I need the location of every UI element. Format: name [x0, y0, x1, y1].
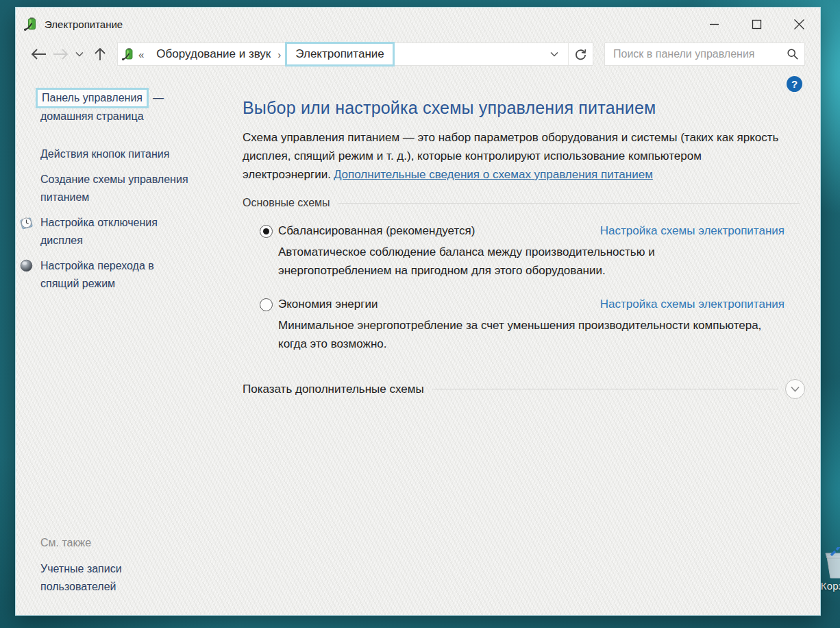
plan-settings-link-balanced[interactable]: Настройка схемы электропитания — [600, 224, 785, 238]
plan-description-power-saver: Минимальное энергопотребление за счет ум… — [278, 316, 800, 353]
radio-balanced[interactable] — [260, 225, 273, 238]
plan-row: Экономия энергии Настройка схемы электро… — [260, 298, 785, 311]
plan-description-balanced: Автоматическое соблюдение баланса между … — [278, 243, 800, 280]
plan-name-power-saver[interactable]: Экономия энергии — [278, 298, 378, 311]
chevron-down-icon — [791, 386, 800, 392]
plan-settings-link-power-saver[interactable]: Настройка схемы электропитания — [600, 298, 785, 311]
sidebar-item-power-button-actions[interactable]: Действия кнопок питания — [40, 145, 197, 163]
plan-name-balanced[interactable]: Сбалансированная (рекомендуется) — [278, 224, 475, 238]
close-icon — [793, 19, 805, 30]
up-button[interactable] — [88, 47, 112, 62]
forward-arrow-icon — [52, 47, 69, 61]
expand-plans-button[interactable] — [785, 379, 805, 399]
section-divider — [338, 203, 800, 204]
sidebar-item-sleep-settings[interactable]: Настройка перехода в спящий режим — [40, 257, 167, 293]
back-button[interactable] — [27, 47, 50, 61]
preferred-plans-section-header: Основные схемы — [243, 197, 800, 209]
desktop-background: Корзина Электропитание — [0, 0, 840, 628]
main-pane: Выбор или настройка схемы управления пит… — [230, 72, 820, 616]
maximize-icon — [752, 19, 762, 29]
refresh-button[interactable] — [568, 43, 593, 65]
home-dash: — — [153, 92, 164, 104]
show-additional-plans-label: Показать дополнительные схемы — [243, 383, 424, 396]
intro-line3: электроэнергии.Дополнительные сведения о… — [243, 165, 800, 184]
recent-pages-dropdown[interactable] — [71, 51, 88, 57]
clock-icon — [19, 215, 34, 235]
control-panel-home-highlighted[interactable]: Панель управления — [36, 88, 149, 108]
learn-more-link[interactable]: Дополнительные сведения о схемах управле… — [334, 168, 653, 181]
sidebar-item-user-accounts[interactable]: Учетные записи пользователей — [40, 560, 143, 596]
intro-line2: дисплея, спящий режим и т. д.), которые … — [243, 147, 800, 165]
show-more-divider — [432, 389, 778, 389]
section-label: Основные схемы — [243, 197, 330, 209]
sidebar-item-label: Создание схемы управления питанием — [40, 173, 188, 203]
show-additional-plans-row: Показать дополнительные схемы — [243, 379, 800, 399]
search-icon[interactable] — [787, 48, 799, 60]
refresh-icon — [574, 48, 587, 61]
see-also-header: См. также — [40, 534, 143, 552]
minimize-icon — [709, 19, 719, 29]
window-title: Электропитание — [45, 19, 123, 30]
search-input[interactable] — [613, 48, 787, 60]
radio-power-saver[interactable] — [260, 298, 273, 311]
see-also-section: См. также Учетные записи пользователей — [40, 534, 143, 596]
sidebar-item-label: Настройка отключения дисплея — [40, 217, 158, 246]
address-bar[interactable]: « Оборудование и звук › Электропитание — [118, 43, 568, 65]
chevron-down-icon — [550, 51, 558, 57]
home-link-line2[interactable]: домашняя страница — [40, 107, 217, 125]
power-plan-power-saver: Экономия энергии Настройка схемы электро… — [260, 298, 800, 353]
power-options-battery-icon — [24, 16, 39, 32]
sidebar-item-label: Действия кнопок питания — [40, 148, 169, 160]
intro-line3-prefix: электроэнергии. — [243, 168, 331, 181]
minimize-button[interactable] — [693, 8, 735, 40]
recycle-bin-icon — [823, 547, 840, 579]
sidebar-item-display-off-settings[interactable]: Настройка отключения дисплея — [40, 214, 167, 250]
breadcrumb-hardware-and-sound[interactable]: Оборудование и звук — [149, 47, 277, 61]
sidebar-item-create-power-plan[interactable]: Создание схемы управления питанием — [40, 171, 195, 206]
back-arrow-icon — [30, 47, 47, 61]
window-controls — [693, 8, 820, 40]
breadcrumb-separator-icon[interactable]: › — [277, 49, 281, 60]
address-dropdown-button[interactable] — [545, 51, 564, 57]
address-battery-icon — [122, 47, 136, 61]
sleep-sphere-icon — [19, 258, 34, 278]
address-bar-group: « Оборудование и звук › Электропитание — [117, 43, 593, 66]
power-plan-balanced: Сбалансированная (рекомендуется) Настрой… — [260, 224, 800, 280]
chevron-down-icon — [75, 51, 84, 57]
intro-paragraph: Схема управления питанием — это набор па… — [243, 128, 800, 184]
sidebar-item-label: Настройка перехода в спящий режим — [40, 260, 154, 289]
power-options-window: Электропитание — [15, 7, 821, 616]
page-title: Выбор или настройка схемы управления пит… — [243, 98, 800, 118]
search-box[interactable] — [604, 43, 805, 66]
maximize-button[interactable] — [735, 8, 778, 40]
up-arrow-icon — [93, 47, 107, 62]
power-plan-list: Сбалансированная (рекомендуется) Настрой… — [243, 224, 800, 353]
sidebar-task-list: Действия кнопок питания Создание схемы у… — [40, 145, 197, 293]
sidebar: Панель управления— домашняя страница Дей… — [16, 72, 230, 616]
close-button[interactable] — [778, 8, 820, 40]
breadcrumb-overflow-chevrons[interactable]: « — [138, 49, 144, 60]
forward-button[interactable] — [50, 47, 71, 61]
home-link-line1: Панель управления— — [40, 88, 217, 107]
navigation-bar: « Оборудование и звук › Электропитание — [16, 40, 820, 72]
sidebar-item-control-panel-home[interactable]: Панель управления— домашняя страница — [40, 88, 217, 125]
plan-row: Сбалансированная (рекомендуется) Настрой… — [260, 224, 785, 238]
intro-line1: Схема управления питанием — это набор па… — [243, 128, 800, 147]
help-button[interactable]: ? — [787, 76, 802, 92]
window-content: Панель управления— домашняя страница Дей… — [16, 72, 820, 616]
title-bar[interactable]: Электропитание — [16, 8, 820, 40]
breadcrumb-power-options-highlighted[interactable]: Электропитание — [285, 42, 394, 67]
